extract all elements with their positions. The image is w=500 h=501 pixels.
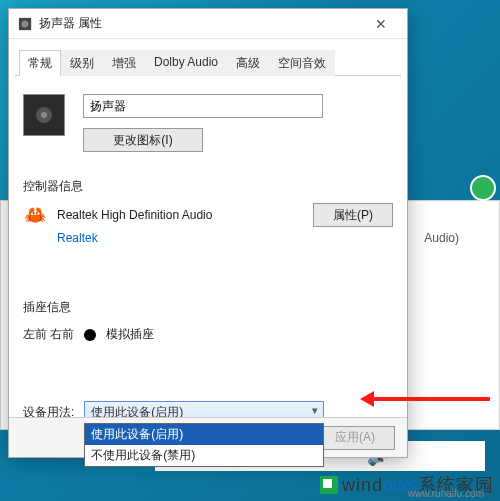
windows-logo-icon bbox=[320, 476, 338, 494]
tab-spatial[interactable]: 空间音效 bbox=[269, 50, 335, 76]
watermark: windows系统家园 www.ruhaifu.com bbox=[320, 473, 494, 497]
svg-point-4 bbox=[41, 112, 47, 118]
usage-option-disable[interactable]: 不使用此设备(禁用) bbox=[85, 445, 323, 466]
tab-general[interactable]: 常规 bbox=[19, 50, 61, 76]
tab-content-general: 更改图标(I) 控制器信息 🦀 Realtek High Definition … bbox=[9, 76, 407, 423]
close-button[interactable]: ✕ bbox=[361, 10, 401, 38]
window-title: 扬声器 属性 bbox=[39, 15, 361, 32]
watermark-url: www.ruhaifu.com bbox=[408, 488, 484, 499]
status-badge bbox=[470, 175, 496, 201]
tab-bar: 常规 级别 增强 Dolby Audio 高级 空间音效 bbox=[15, 45, 401, 76]
controller-name: Realtek High Definition Audio bbox=[57, 208, 303, 222]
close-icon: ✕ bbox=[375, 16, 387, 32]
tab-dolby[interactable]: Dolby Audio bbox=[145, 50, 227, 76]
tab-levels[interactable]: 级别 bbox=[61, 50, 103, 76]
controller-properties-button[interactable]: 属性(P) bbox=[313, 203, 393, 227]
device-usage-dropdown: 使用此设备(启用) 不使用此设备(禁用) bbox=[84, 423, 324, 467]
titlebar: 扬声器 属性 ✕ bbox=[9, 9, 407, 39]
tab-advanced[interactable]: 高级 bbox=[227, 50, 269, 76]
background-device-text: Audio) bbox=[424, 231, 459, 245]
jack-color-dot bbox=[84, 329, 96, 341]
apply-button[interactable]: 应用(A) bbox=[315, 426, 395, 450]
jack-position: 左前 右前 bbox=[23, 326, 74, 343]
jack-type: 模拟插座 bbox=[106, 326, 154, 343]
device-name-input[interactable] bbox=[83, 94, 323, 118]
svg-point-1 bbox=[22, 20, 29, 27]
controller-section-label: 控制器信息 bbox=[23, 178, 393, 195]
device-large-icon[interactable] bbox=[23, 94, 65, 136]
usage-option-enable[interactable]: 使用此设备(启用) bbox=[85, 424, 323, 445]
change-icon-button[interactable]: 更改图标(I) bbox=[83, 128, 203, 152]
tab-enhance[interactable]: 增强 bbox=[103, 50, 145, 76]
jack-section-label: 插座信息 bbox=[23, 299, 393, 316]
speaker-properties-dialog: 扬声器 属性 ✕ 常规 级别 增强 Dolby Audio 高级 空间音效 更改… bbox=[8, 8, 408, 458]
realtek-crab-icon: 🦀 bbox=[23, 203, 47, 227]
vendor-link[interactable]: Realtek bbox=[57, 231, 98, 245]
speaker-icon bbox=[17, 16, 33, 32]
